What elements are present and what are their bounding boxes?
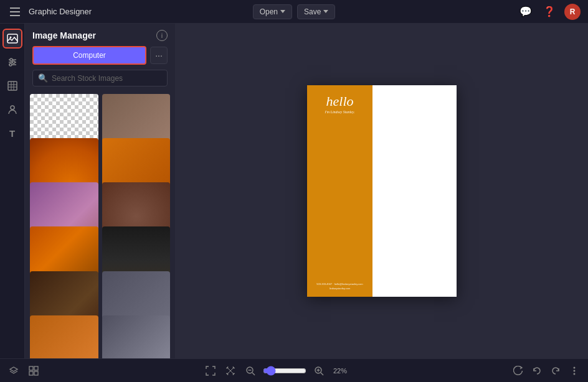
shrink-button[interactable]: [223, 365, 238, 377]
sidebar-item-layers[interactable]: [2, 76, 22, 96]
panel: Image Manager i Computer ··· 🔍: [25, 24, 176, 358]
zoom-out-button[interactable]: [243, 365, 258, 377]
sliders-icon: [7, 57, 18, 68]
svg-point-30: [574, 373, 576, 375]
bottom-center: 22%: [46, 365, 506, 377]
layers-icon: [7, 80, 18, 91]
shrink-icon: [225, 366, 235, 376]
svg-rect-16: [34, 366, 38, 370]
search-icon: 🔍: [38, 73, 48, 83]
image-grid: [25, 91, 175, 358]
zoom-percentage: 22%: [331, 367, 349, 375]
svg-point-29: [574, 370, 576, 371]
doc-footer: 503-333-4567 · hello@lindseystanley.com …: [313, 282, 366, 291]
canvas-wrapper: hello I'm Lindsey Stanley. 503-333-4567 …: [176, 24, 588, 358]
fit-button[interactable]: [203, 365, 218, 377]
help-button[interactable]: ❓: [541, 3, 558, 20]
svg-marker-14: [10, 367, 17, 371]
top-bar-center: Open Save: [253, 4, 336, 19]
svg-rect-18: [34, 371, 38, 375]
svg-rect-8: [8, 82, 17, 90]
doc-hello-text: hello I'm Lindsey Stanley.: [313, 94, 366, 114]
document: hello I'm Lindsey Stanley. 503-333-4567 …: [307, 85, 457, 297]
bottom-left: [6, 365, 41, 377]
svg-point-3: [10, 58, 12, 61]
menu-button[interactable]: [7, 5, 22, 19]
layers-button[interactable]: [6, 365, 21, 377]
image-icon: [7, 33, 18, 44]
svg-point-28: [574, 366, 576, 368]
open-button[interactable]: Open: [253, 4, 292, 19]
fit-icon: [206, 366, 216, 376]
svg-point-7: [9, 63, 12, 66]
redo-icon: [551, 366, 561, 376]
grid-icon: [29, 366, 39, 376]
layers-bottom-icon: [9, 366, 19, 376]
list-item[interactable]: [102, 315, 171, 358]
svg-line-23: [252, 373, 255, 375]
top-bar-right: 💬 ❓ R: [335, 3, 581, 20]
save-button[interactable]: Save: [297, 4, 335, 19]
svg-point-5: [12, 61, 15, 63]
computer-button[interactable]: Computer: [32, 46, 146, 65]
top-bar: Graphic Designer Open Save 💬 ❓ R: [0, 0, 588, 24]
svg-rect-17: [29, 371, 33, 375]
panel-title: Image Manager: [32, 30, 96, 40]
chat-button[interactable]: 💬: [517, 3, 534, 20]
bottom-bar: 22%: [0, 358, 588, 382]
more-options-button[interactable]: ···: [150, 47, 168, 64]
refresh-button[interactable]: [511, 365, 526, 377]
info-icon[interactable]: i: [156, 30, 168, 41]
sidebar-item-text[interactable]: T: [2, 123, 22, 143]
app-title: Graphic Designer: [29, 7, 92, 16]
text-icon: T: [9, 128, 15, 139]
svg-line-27: [321, 373, 323, 375]
search-bar: 🔍: [32, 70, 168, 86]
search-input[interactable]: [52, 74, 162, 83]
svg-point-13: [11, 106, 14, 109]
refresh-icon: [513, 366, 523, 376]
panel-actions: Computer ···: [25, 46, 175, 70]
doc-right-panel: [372, 85, 457, 297]
more-button[interactable]: [567, 365, 582, 377]
list-item[interactable]: [30, 315, 98, 358]
zoom-slider[interactable]: [263, 366, 306, 376]
canvas-area[interactable]: hello I'm Lindsey Stanley. 503-333-4567 …: [176, 24, 588, 358]
top-bar-left: Graphic Designer: [7, 5, 253, 19]
zoom-in-button[interactable]: [311, 365, 326, 377]
sidebar-item-images[interactable]: [2, 29, 22, 49]
redo-button[interactable]: [548, 365, 563, 377]
doc-top-content: hello I'm Lindsey Stanley.: [313, 94, 366, 114]
hamburger-icon: [10, 7, 20, 16]
doc-left-panel: hello I'm Lindsey Stanley. 503-333-4567 …: [307, 85, 372, 297]
sidebar-item-people[interactable]: [2, 100, 22, 119]
main-area: T Image Manager i Computer ··· 🔍: [0, 24, 588, 358]
chevron-down-icon: [280, 10, 285, 13]
sidebar-item-sliders[interactable]: [2, 52, 22, 72]
icon-sidebar: T: [0, 24, 25, 358]
zoom-in-icon: [314, 366, 324, 376]
people-icon: [7, 104, 18, 115]
grid-button[interactable]: [26, 365, 41, 377]
undo-icon: [532, 366, 542, 376]
undo-button[interactable]: [529, 365, 544, 377]
chevron-down-icon: [323, 10, 328, 13]
svg-rect-15: [29, 366, 33, 370]
panel-header: Image Manager i: [25, 24, 175, 46]
avatar[interactable]: R: [564, 4, 581, 20]
zoom-out-icon: [245, 366, 255, 376]
bottom-right: [511, 365, 582, 377]
more-icon: [569, 366, 579, 376]
